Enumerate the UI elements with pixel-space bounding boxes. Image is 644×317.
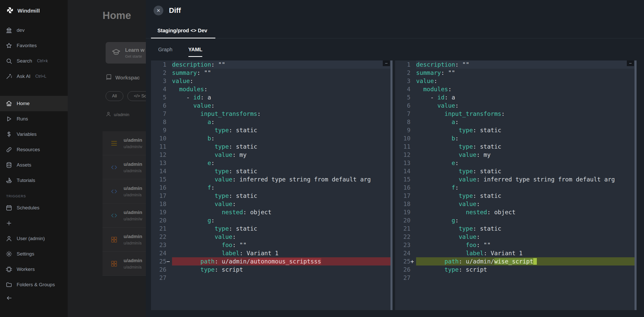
line-number: 13 — [151, 159, 172, 167]
scrollbar[interactable] — [635, 60, 637, 310]
code-content: value: — [172, 101, 393, 110]
code-line: 8 a: — [151, 118, 393, 126]
close-button[interactable]: × — [154, 6, 163, 15]
folder-icon — [6, 281, 12, 288]
diff-left-panel[interactable]: 1description: ""2summary: ""3value:4 mod… — [151, 60, 393, 310]
sidebar-item-variables[interactable]: Variables — [0, 127, 68, 142]
code-content: input_transforms: — [416, 110, 637, 118]
plus-icon — [6, 220, 12, 227]
code-content: description: "" — [172, 60, 393, 69]
code-content: input_transforms: — [172, 110, 393, 118]
line-number: 11 — [151, 142, 172, 151]
code-line: 5 - id: a — [151, 93, 393, 101]
collapse-region-button[interactable]: − — [627, 60, 634, 66]
user-icon — [6, 235, 12, 242]
scrollbar[interactable] — [390, 60, 393, 310]
sidebar-item-folders-groups[interactable]: Folders & Groups — [0, 277, 68, 292]
code-line: 16 f: — [395, 183, 637, 192]
brand[interactable]: Windmill — [0, 6, 68, 16]
sidebar-item-runs[interactable]: Runs — [0, 111, 68, 127]
line-number: 14 — [151, 167, 172, 175]
line-number: 17 — [395, 192, 416, 200]
home-icon — [6, 100, 12, 107]
code-line: 2summary: "" — [151, 69, 393, 77]
sidebar-item-schedules[interactable]: Schedules — [0, 200, 68, 216]
code-line: 12 value: my — [395, 151, 637, 159]
line-number: 19 — [395, 208, 416, 216]
sidebar-item-label: Favorites — [17, 43, 37, 48]
sidebar: Windmill devFavoritesSearchCtrl+kAsk AIC… — [0, 0, 68, 317]
code-content: foo: "" — [172, 241, 393, 249]
code-content: label: Variant 1 — [172, 249, 393, 257]
sidebar-item-favorites[interactable]: Favorites — [0, 38, 68, 53]
code-line: 27 — [151, 274, 393, 282]
code-content: nested: object — [416, 208, 637, 216]
sidebar-item-plus[interactable] — [0, 216, 68, 231]
calendar-icon — [6, 204, 12, 211]
search-icon — [6, 58, 12, 64]
code-line: 14 type: static — [395, 167, 637, 175]
sidebar-item-workers[interactable]: Workers — [0, 262, 68, 277]
sidebar-item-label: User (admin) — [17, 236, 45, 241]
code-line: 14 type: static — [151, 167, 393, 175]
sidebar-item-dev[interactable]: dev — [0, 23, 68, 38]
diff-target-tabs: Staging/prod <> Dev — [146, 21, 644, 38]
sidebar-item-assets[interactable]: Assets — [0, 157, 68, 173]
line-number: 22 — [151, 233, 172, 241]
line-number: 26 — [151, 265, 172, 274]
line-number: 22 — [395, 233, 416, 241]
code-content: type: static — [172, 192, 393, 200]
code-line: 24 label: Variant 1 — [395, 249, 637, 257]
code-line: 22 value: — [395, 233, 637, 241]
sidebar-item-user-admin[interactable]: User (admin) — [0, 231, 68, 246]
line-number: 23 — [395, 241, 416, 249]
sidebar-item-ask-ai[interactable]: Ask AICtrl+L — [0, 69, 68, 84]
tab-staging-prod-dev[interactable]: Staging/prod <> Dev — [151, 28, 215, 38]
collapse-sidebar-button[interactable] — [0, 295, 68, 302]
tab-yaml[interactable]: YAML — [188, 47, 203, 57]
code-content: modules: — [416, 85, 637, 93]
sidebar-item-search[interactable]: SearchCtrl+k — [0, 53, 68, 69]
code-content: path: u/admin/autonomous_scriptsss — [172, 257, 393, 265]
shortcut-label: Ctrl+k — [37, 59, 48, 63]
sidebar-item-label: Schedules — [17, 205, 39, 211]
diff-drawer: × Diff Staging/prod <> Dev Graph YAML 1d… — [146, 0, 644, 317]
code-content: value: — [416, 233, 637, 241]
line-number: 27 — [395, 274, 416, 282]
sidebar-item-label: Home — [17, 101, 30, 106]
code-content: e: — [172, 159, 393, 167]
collapse-region-button[interactable]: − — [383, 60, 390, 66]
code-content: foo: "" — [416, 241, 637, 249]
code-line: 10 b: — [395, 134, 637, 142]
line-number: 21 — [151, 224, 172, 233]
sidebar-item-tutorials[interactable]: Tutorials — [0, 173, 68, 188]
code-line: 16 f: — [151, 183, 393, 192]
line-number: 3 — [395, 77, 416, 85]
code-line: 17 type: static — [151, 192, 393, 200]
star-icon — [6, 42, 12, 49]
diff-marker: + — [410, 257, 416, 265]
code-content: path: u/admin/wise_script — [416, 257, 637, 265]
cpu-icon — [6, 266, 12, 273]
line-number: 19 — [151, 208, 172, 216]
code-content: type: static — [416, 142, 637, 151]
sidebar-item-resources[interactable]: Resources — [0, 142, 68, 157]
line-number: 5 — [151, 93, 172, 101]
sidebar-item-settings[interactable]: Settings — [0, 246, 68, 262]
code-content: type: static — [172, 224, 393, 233]
code-line: 11 type: static — [151, 142, 393, 151]
sidebar-item-label: Runs — [17, 116, 28, 122]
sidebar-item-label: Resources — [17, 147, 40, 152]
diff-marker: − — [166, 257, 172, 265]
code-content — [416, 274, 637, 282]
tab-graph[interactable]: Graph — [158, 47, 173, 57]
line-number: 25+ — [395, 257, 416, 265]
code-content: type: static — [416, 192, 637, 200]
line-number: 24 — [151, 249, 172, 257]
code-line: 13 e: — [395, 159, 637, 167]
sidebar-item-label: dev — [17, 27, 25, 33]
sidebar-item-home[interactable]: Home — [0, 96, 68, 111]
code-content: e: — [416, 159, 637, 167]
line-number: 20 — [151, 216, 172, 224]
diff-right-panel[interactable]: 1description: ""2summary: ""3value:4 mod… — [395, 60, 637, 310]
